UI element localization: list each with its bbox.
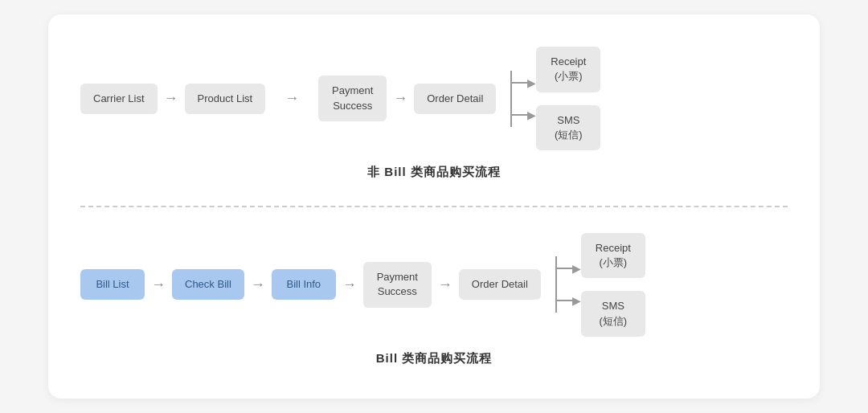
node-receipt-2: Receipt (小票) (581, 233, 645, 278)
branch-container-2: ▶ ▶ Receipt (小票) SMS (短信) (541, 233, 645, 337)
flow-label-1: 非 Bill 类商品购买流程 (80, 165, 788, 180)
node-receipt-1: Receipt (小票) (536, 47, 600, 92)
arrow-1: → (158, 90, 185, 107)
node-order-detail-1: Order Detail (414, 84, 496, 114)
node-bill-list: Bill List (80, 269, 145, 300)
arrow-2: → (265, 90, 318, 107)
flow-label-2: Bill 类商品购买流程 (80, 351, 788, 366)
flow-row-2: Bill List → Check Bill → Bill Info → Pay… (80, 233, 788, 337)
arrow-3: → (387, 90, 414, 107)
arrow-7: → (432, 276, 459, 293)
node-product-list: Product List (185, 84, 266, 114)
section-bill: Bill List → Check Bill → Bill Info → Pay… (80, 225, 788, 374)
flow-row-1: Carrier List → Product List → Payment Su… (80, 47, 788, 150)
arrow-6: → (336, 276, 363, 293)
node-carrier-list: Carrier List (80, 84, 158, 114)
arrow-4: → (145, 276, 172, 293)
arrow-5: → (244, 276, 272, 293)
node-order-detail-2: Order Detail (459, 269, 541, 300)
divider (80, 206, 788, 207)
node-bill-info: Bill Info (272, 269, 336, 300)
node-sms-2: SMS (短信) (581, 291, 645, 336)
main-container: Carrier List → Product List → Payment Su… (48, 14, 820, 399)
node-payment-success-1: Payment Success (318, 76, 387, 121)
node-payment-success-2: Payment Success (363, 262, 432, 307)
branch-container-1: ▶ ▶ Receipt (小票) SMS (短信) (496, 47, 600, 150)
section-non-bill: Carrier List → Product List → Payment Su… (80, 39, 788, 188)
node-sms-1: SMS (短信) (536, 105, 600, 150)
node-check-bill: Check Bill (172, 269, 244, 300)
